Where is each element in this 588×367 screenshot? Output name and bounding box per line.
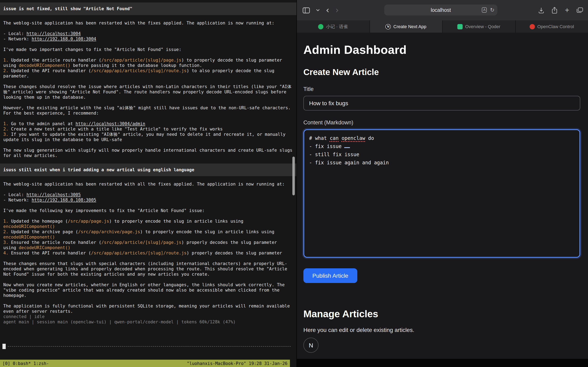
terminal-text: Go to the admin panel at <box>11 121 76 126</box>
terminal-text: Create a new test article with a title l… <box>11 126 223 131</box>
tab-label: Create Next App <box>393 24 426 29</box>
tab-label: Overview - Qoder <box>465 24 500 29</box>
title-input[interactable]: How to fix bugs <box>303 96 580 110</box>
terminal-link[interactable]: http://localhost:3004/admin <box>76 121 145 126</box>
terminal-paragraph: The new slug generation with slugify wil… <box>3 148 292 158</box>
terminal-pane: issue is not fixed, still show "Article … <box>0 0 296 367</box>
qoder-favicon <box>457 24 463 29</box>
terminal-text: The weblog-site application has been res… <box>3 20 274 25</box>
terminal-text: encodeURIComponent() <box>3 224 55 229</box>
avatar-letter: N <box>309 342 313 349</box>
terminal-link[interactable]: http://192.168.0.108:3004 <box>32 36 96 41</box>
reload-icon[interactable]: ↻ <box>490 7 494 13</box>
terminal-text: Updated the homepage ( <box>11 218 68 224</box>
textarea-text: openclaw <box>342 135 365 141</box>
terminal-text: - Network: <box>3 36 32 41</box>
terminal-scrollbar[interactable] <box>292 157 295 195</box>
terminal-text: However, the existing article with the s… <box>3 105 293 115</box>
chevron-down-icon[interactable] <box>316 9 320 11</box>
terminal-text: /src/app/api/articles/[slug]/route.js <box>91 250 187 255</box>
terminal-text: I've made the following key improvements… <box>3 208 205 213</box>
share-icon[interactable] <box>552 7 558 14</box>
terminal-link[interactable]: http://localhost:3004 <box>26 31 81 36</box>
safari-window: ‹ › localhost A ↻ + <box>296 0 588 367</box>
textarea-text: - still fix issue <box>309 152 359 157</box>
terminal-scrollback: issue is not fixed, still show "Article … <box>0 0 292 325</box>
tab-label: OpenClaw Control <box>537 24 574 29</box>
terminal-text: Ensured the API route handler ( <box>11 250 91 255</box>
terminal-paragraph: 1. Updated the article route handler (/s… <box>3 58 292 79</box>
textarea-line: - still fix issue <box>309 150 575 159</box>
terminal-text: ) properly decodes the slug parameter <box>187 250 282 255</box>
content-label: Content (Markdown) <box>303 119 580 125</box>
manage-description: Here you can edit or delete existing art… <box>303 327 580 333</box>
terminal-text: - Local: <box>3 192 26 197</box>
terminal-user-message: isuss still exist when i tried adding a … <box>0 164 296 176</box>
terminal-paragraph: These changes ensure that slugs with spe… <box>3 261 292 277</box>
terminal-text: 2. <box>3 126 11 131</box>
terminal-cursor <box>2 343 6 349</box>
lobster-favicon <box>530 24 535 29</box>
terminal-text: /src/app/article/[slug]/page.js <box>101 240 181 245</box>
downloads-icon[interactable] <box>538 7 545 13</box>
terminal-text: 1. <box>3 58 11 62</box>
tab-qoder[interactable]: Overview - Qoder <box>443 20 516 33</box>
textarea-text: do <box>365 135 374 141</box>
address-bar[interactable]: localhost A ↻ <box>384 4 497 16</box>
terminal-link[interactable]: http://192.168.0.108:3005 <box>32 197 96 202</box>
terminal-input-row[interactable] <box>2 343 291 349</box>
desktop: issue is not fixed, still show "Article … <box>0 0 588 367</box>
terminal-text: 4. <box>3 250 11 255</box>
title-label: Title <box>303 86 580 92</box>
input-separator <box>8 346 291 346</box>
textarea-line: - fix issue <box>309 142 575 150</box>
terminal-text: 3. <box>3 132 11 137</box>
terminal-text: /src/app/archive/page.js <box>78 229 140 234</box>
terminal-text: If you want to update the existing "AI体验… <box>3 132 288 142</box>
terminal-paragraph: However, the existing article with the s… <box>3 105 292 116</box>
terminal-text: decodeURIComponent() <box>19 63 70 68</box>
translate-icon[interactable]: A <box>482 7 487 13</box>
back-button[interactable]: ‹ <box>326 6 329 15</box>
content-textarea[interactable]: # what can openclaw do- fix issue- still… <box>303 129 580 258</box>
yuque-favicon <box>318 24 324 29</box>
status-connection: connected | idle <box>3 314 292 319</box>
terminal-paragraph: - Local: http://localhost:3004 - Network… <box>3 31 292 42</box>
tmux-host-time: "luohanxis-MacBook-Pro" 19:28 31-Jan-26 <box>187 360 287 367</box>
terminal-text: 2. <box>3 68 11 73</box>
tab-openclaw-control[interactable]: OpenClaw Control <box>516 20 588 33</box>
terminal-text: /src/app/page.js <box>68 218 109 224</box>
window-bottom-strip <box>297 359 588 367</box>
new-tab-button[interactable]: + <box>565 7 569 14</box>
status-session: agent main | session main (openclaw-tui)… <box>3 319 292 325</box>
publish-button[interactable]: Publish Article <box>303 268 357 283</box>
textarea-text: can <box>330 135 338 141</box>
textarea-text: - fix issue again and again <box>309 160 389 166</box>
tab-overview-icon[interactable] <box>577 7 583 13</box>
terminal-text: The application is fully functional with… <box>3 303 292 314</box>
terminal-text: 3. <box>3 240 11 245</box>
terminal-link[interactable]: http://localhost:3005 <box>26 192 81 197</box>
forward-button[interactable]: › <box>336 6 339 15</box>
section-manage-articles: Manage Articles <box>303 308 580 320</box>
textarea-line: - fix issue again and again <box>309 159 575 167</box>
textarea-text <box>339 135 342 141</box>
terminal-text: encodeURIComponent() <box>3 234 55 239</box>
terminal-paragraph: Now when you create new articles, whethe… <box>3 282 292 298</box>
tmux-windows[interactable]: [0] 0:bash* 1:zsh- <box>2 360 49 367</box>
tmux-statusbar: [0] 0:bash* 1:zsh- "luohanxis-MacBook-Pr… <box>0 360 290 367</box>
terminal-paragraph: These changes should resolve the issue w… <box>3 84 292 100</box>
terminal-paragraph: - Local: http://localhost:3005 - Network… <box>3 192 292 203</box>
terminal-paragraph: 1. Go to the admin panel at http://local… <box>3 121 292 142</box>
tab-yuque[interactable]: 小记 · 语雀 <box>297 20 370 33</box>
terminal-text: Updated the archive page ( <box>11 229 78 234</box>
terminal-paragraph: The application is fully functional with… <box>3 303 292 314</box>
sidebar-toggle-icon[interactable] <box>303 7 310 13</box>
terminal-text: ) to properly encode the slug in article… <box>109 218 246 224</box>
terminal-text: decodeURIComponent() <box>19 245 70 250</box>
terminal-text: isuss still exist when i tried adding a … <box>3 167 194 172</box>
textarea-text: - fix issue <box>309 143 342 149</box>
tab-create-next-app[interactable]: N Create Next App <box>370 20 443 33</box>
nextjs-favicon: N <box>386 24 391 29</box>
section-create-article: Create New Article <box>303 67 580 77</box>
